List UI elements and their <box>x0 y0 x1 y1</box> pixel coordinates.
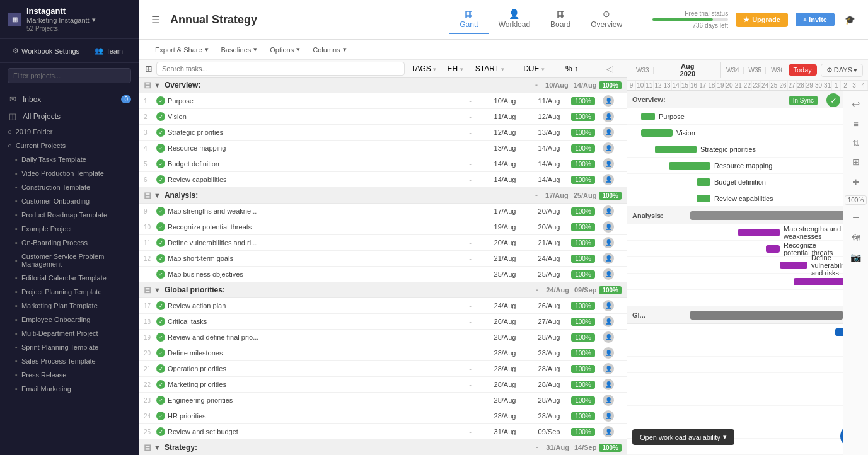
sidebar-item-inbox[interactable]: ✉ Inbox 0 <box>0 91 139 108</box>
undo-btn[interactable]: ↩ <box>849 96 862 113</box>
sidebar-item-project-planning[interactable]: ▪ Project Planning Template <box>0 285 139 299</box>
filter-btn[interactable]: ⊞ <box>850 154 862 170</box>
team-btn[interactable]: 👥 Team <box>90 44 128 57</box>
sidebar-item-employee-onboarding[interactable]: ▪ Employee Onboarding <box>0 313 139 326</box>
col-header-start[interactable]: START ▾ <box>468 64 512 73</box>
today-btn[interactable]: Today <box>789 64 817 76</box>
section-add-btn[interactable]: ⊟ <box>144 190 151 200</box>
sidebar-item-all-projects[interactable]: ◫ All Projects <box>0 108 139 125</box>
sidebar-folder-2019[interactable]: ○ 2019 Folder <box>0 125 139 139</box>
workbook-settings-btn[interactable]: ⚙ Workbook Settings <box>8 44 84 57</box>
gantt-panel: W33 Aug 2020 W34 W35 W36 Today ⚙ DAYS ▾ <box>627 60 868 455</box>
invite-btn[interactable]: + Invite <box>796 13 835 26</box>
baselines-btn[interactable]: Baselines ▾ <box>215 42 264 57</box>
sidebar-item-marketing-plan[interactable]: ▪ Marketing Plan Template <box>0 299 139 313</box>
sidebar-item-press-release[interactable]: ▪ Press Release <box>0 368 139 382</box>
task-check-1[interactable]: ✓ <box>156 96 168 105</box>
sort-btn[interactable]: ⇅ <box>850 135 862 151</box>
sidebar-item-customer-onboarding[interactable]: ▪ Customer Onboarding <box>0 194 139 208</box>
filter-projects-input[interactable] <box>8 68 131 83</box>
export-share-btn[interactable]: Export & Share ▾ <box>149 42 215 57</box>
tab-board[interactable]: ▦ Board <box>540 5 581 34</box>
upgrade-btn[interactable]: ★ Upgrade <box>736 13 788 27</box>
task-row[interactable]: 20 ✓ Define milestones - 28/Aug 28/Aug 1… <box>139 345 627 361</box>
options-btn[interactable]: Options ▾ <box>263 42 306 57</box>
sidebar-search[interactable] <box>0 63 139 88</box>
task-row[interactable]: 2 ✓ Vision - 11/Aug 12/Aug 100% 👤 <box>139 109 627 125</box>
sidebar-item-construction[interactable]: ▪ Construction Template <box>0 180 139 194</box>
task-row[interactable]: 25 ✓ Review and set budget - 31/Aug 09/S… <box>139 424 627 440</box>
task-row[interactable]: 17 ✓ Review action plan - 24/Aug 26/Aug … <box>139 298 627 314</box>
sidebar-item-video-production[interactable]: ▪ Video Production Template <box>0 166 139 180</box>
tab-workload[interactable]: 👤 Workload <box>489 5 540 34</box>
col-header-due[interactable]: DUE ▾ <box>512 64 556 73</box>
list-btn[interactable]: ≡ <box>850 117 860 132</box>
zoom-plus-btn[interactable]: + <box>850 173 862 192</box>
search-tasks-input[interactable] <box>156 62 405 76</box>
col-header-pct[interactable]: % ↑ <box>556 64 587 73</box>
sidebar-item-product-roadmap[interactable]: ▪ Product Roadmap Template <box>0 208 139 222</box>
gantt-day: 24 <box>761 81 770 90</box>
gantt-day: 23 <box>752 81 761 90</box>
sidebar-item-customer-service[interactable]: ▪ Customer Service Problem Management <box>0 250 139 271</box>
sidebar-item-sales-process[interactable]: ▪ Sales Process Template <box>0 354 139 368</box>
task-row[interactable]: 4 ✓ Resource mapping - 13/Aug 14/Aug 100… <box>139 141 627 156</box>
sidebar-item-daily-tasks[interactable]: ▪ Daily Tasks Template <box>0 153 139 166</box>
doc-icon: ▪ <box>15 343 18 351</box>
gantt-day: 1 <box>832 81 841 90</box>
task-row[interactable]: 6 ✓ Review capabilities - 14/Aug 14/Aug … <box>139 172 627 188</box>
sidebar-item-multi-dept[interactable]: ▪ Multi-Department Project <box>0 326 139 340</box>
sidebar-item-onboarding-process[interactable]: ▪ On-Boarding Process <box>0 236 139 250</box>
tab-overview[interactable]: ⊙ Overview <box>581 5 632 34</box>
sidebar-folder-current-projects[interactable]: ○ Current Projects <box>0 139 139 153</box>
sidebar-item-sprint-planning[interactable]: ▪ Sprint Planning Template <box>0 340 139 354</box>
gantt-bar-strategic <box>655 146 697 153</box>
task-row[interactable]: 3 ✓ Strategic priorities - 12/Aug 13/Aug… <box>139 125 627 141</box>
sidebar-item-example-project[interactable]: ▪ Example Project <box>0 222 139 236</box>
doc-icon: ▪ <box>15 316 18 323</box>
zoom-minus-btn[interactable]: − <box>850 209 862 227</box>
task-row[interactable]: 19 ✓ Review and define final prio... - 2… <box>139 330 627 345</box>
task-row[interactable]: 21 ✓ Operation priorities - 28/Aug 28/Au… <box>139 361 627 377</box>
sidebar-item-editorial-calendar[interactable]: ▪ Editorial Calendar Template <box>0 271 139 285</box>
gantt-row-vision: Vision <box>627 125 843 141</box>
task-row[interactable]: 22 ✓ Marketing priorities - 28/Aug 28/Au… <box>139 377 627 393</box>
map-btn[interactable]: 🗺 <box>849 231 863 246</box>
task-row[interactable]: ✓ Map business objectives - 25/Aug 25/Au… <box>139 267 627 282</box>
columns-btn[interactable]: Columns ▾ <box>306 42 352 57</box>
gantt-day: 16 <box>690 81 698 90</box>
task-row[interactable]: 5 ✓ Budget definition - 14/Aug 14/Aug 10… <box>139 156 627 172</box>
gantt-body[interactable]: In Sync ✓ ↩ ≡ ⇅ ⊞ + 100% − 🗺 📷 <box>627 91 868 455</box>
task-row[interactable]: 10 ✓ Recognize potential threats - 19/Au… <box>139 219 627 235</box>
section-add-btn[interactable]: ⊟ <box>144 80 151 90</box>
doc-icon: ▪ <box>15 357 18 365</box>
gantt-rows: Overview: Purpose Vision S <box>627 91 843 455</box>
gantt-section-global: Gl... <box>627 306 843 324</box>
task-row[interactable]: 11 ✓ Define vulnerabilities and ri... - … <box>139 235 627 251</box>
task-row[interactable]: 9 ✓ Map strengths and weakne... - 17/Aug… <box>139 204 627 219</box>
help-btn[interactable]: 🎓 <box>842 13 858 27</box>
screenshot-btn[interactable]: 📷 <box>848 250 864 265</box>
gantt-row-resource: Resource mapping <box>627 158 843 174</box>
col-header-tags[interactable]: TAGS ▾ <box>405 64 443 73</box>
task-row[interactable]: 1 ✓ Purpose - 10/Aug 11/Aug 100% 👤 <box>139 93 627 109</box>
section-collapse-icon[interactable]: ▼ <box>154 81 161 89</box>
sidebar-item-email-marketing[interactable]: ▪ Email Marketing <box>0 382 139 396</box>
days-btn[interactable]: ⚙ DAYS ▾ <box>821 64 863 77</box>
task-row[interactable]: 24 ✓ HR priorities - 28/Aug 28/Aug 100% … <box>139 408 627 424</box>
collapse-btn[interactable]: ◁ <box>606 64 613 74</box>
add-section-btn[interactable]: ⊞ <box>144 62 154 75</box>
col-header-eh[interactable]: EH ▾ <box>443 64 468 73</box>
hamburger-btn[interactable]: ☰ <box>149 11 163 28</box>
task-row[interactable]: 23 ✓ Engineering priorities - 28/Aug 28/… <box>139 393 627 408</box>
task-row[interactable]: 12 ✓ Map short-term goals - 21/Aug 24/Au… <box>139 251 627 267</box>
gantt-bar-short-term <box>794 278 849 285</box>
sidebar-header: ▦ Instagantt Marketing Instagantt ▾ 52 P… <box>0 0 139 39</box>
task-row[interactable]: 18 ✓ Critical tasks - 26/Aug 27/Aug 100%… <box>139 314 627 330</box>
gantt-row-short-term: Map short-term goals <box>627 274 843 290</box>
tab-gantt[interactable]: ▦ Gantt <box>449 5 488 34</box>
section-row-overview: ⊟ ▼ Overview: - 10/Aug 14/Aug 100% <box>139 78 627 93</box>
gantt-day: 31 <box>823 81 832 90</box>
workload-availability-btn[interactable]: Open workload availability ▾ <box>632 429 734 445</box>
doc-icon: ▪ <box>15 211 18 219</box>
